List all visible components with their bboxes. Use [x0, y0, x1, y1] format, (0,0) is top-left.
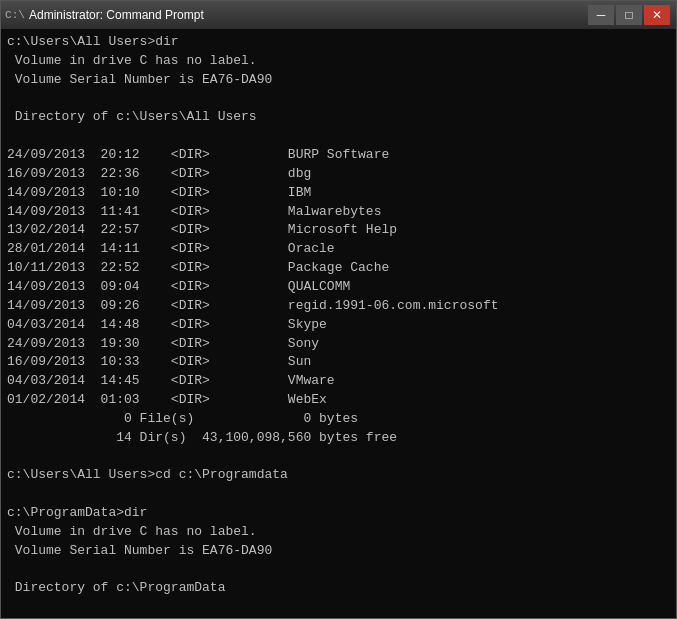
title-bar: C:\ Administrator: Command Prompt ─ □ ✕: [1, 1, 676, 29]
window-title: Administrator: Command Prompt: [29, 8, 204, 22]
terminal-output[interactable]: c:\Users\All Users>dir Volume in drive C…: [1, 29, 676, 618]
title-bar-left: C:\ Administrator: Command Prompt: [7, 7, 204, 23]
cmd-icon: C:\: [7, 7, 23, 23]
cmd-window: C:\ Administrator: Command Prompt ─ □ ✕ …: [0, 0, 677, 619]
window-controls: ─ □ ✕: [588, 5, 670, 25]
maximize-button[interactable]: □: [616, 5, 642, 25]
minimize-button[interactable]: ─: [588, 5, 614, 25]
close-button[interactable]: ✕: [644, 5, 670, 25]
